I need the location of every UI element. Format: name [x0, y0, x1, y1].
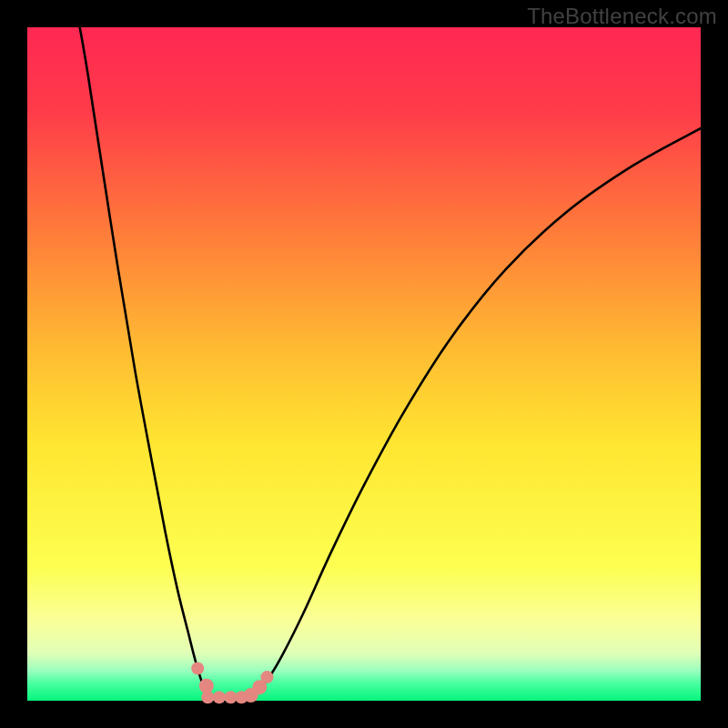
- valley-marker: [191, 662, 204, 674]
- gradient-background: [27, 27, 701, 701]
- valley-marker: [199, 679, 214, 693]
- valley-marker: [260, 671, 273, 683]
- bottleneck-chart: [0, 0, 728, 728]
- watermark-text: TheBottleneck.com: [527, 4, 717, 29]
- valley-marker: [213, 691, 226, 703]
- valley-marker: [201, 691, 214, 703]
